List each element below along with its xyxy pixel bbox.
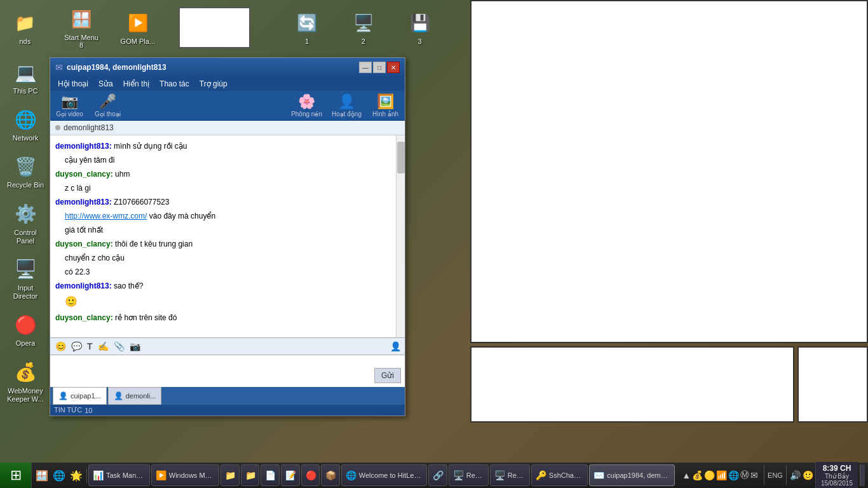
- tab-demonli-icon: 👤: [114, 391, 123, 400]
- menu-thao-tac[interactable]: Thao tác: [154, 78, 194, 90]
- desktop-icon-opera[interactable]: 🔴 Opera: [3, 309, 48, 350]
- taskbar-item-rem2[interactable]: 🖥️ Rem...: [490, 464, 530, 486]
- item6-icon: 📝: [285, 470, 296, 480]
- desktop-icon-2[interactable]: 🖥️ 2: [345, 10, 383, 45]
- menu-hien-thi[interactable]: Hiển thị: [118, 78, 154, 90]
- emoji-button[interactable]: 😊: [54, 340, 67, 353]
- lang-indicator[interactable]: ENG: [768, 471, 783, 479]
- desktop-icon-nds[interactable]: 📁 nds: [6, 10, 44, 45]
- left-desktop-icons: 💻 This PC 🌐 Network 🗑️ Recycle Bin ⚙️ Co…: [0, 51, 51, 412]
- webmoney-label: WebMoney Keeper W...: [6, 387, 45, 403]
- send-button[interactable]: Gửi: [374, 368, 401, 383]
- voice-call-icon: 🎤: [99, 93, 116, 110]
- taskbar-item-winmedia[interactable]: ▶️ Windows Medi...: [151, 464, 219, 486]
- font-button[interactable]: T: [86, 340, 94, 353]
- ql-icon-2[interactable]: 🌐: [51, 468, 67, 483]
- quick-launch: 🪟 🌐 🌟: [32, 468, 87, 483]
- desktop-icon-gompl[interactable]: ▶️ GOM Pla...: [119, 10, 156, 45]
- handwriting-button[interactable]: ✍: [97, 340, 110, 353]
- ql-icon-1[interactable]: 🪟: [34, 468, 50, 483]
- systray-icon-mail[interactable]: ✉: [750, 470, 758, 480]
- taskbar-item-hitleap[interactable]: 🌐 Welcome to HitLeap!...: [341, 464, 427, 486]
- contact-button[interactable]: 👤: [390, 341, 401, 351]
- taskbar-item-4[interactable]: 📁: [241, 464, 260, 486]
- taskbar-item-6[interactable]: 📝: [281, 464, 300, 486]
- systray-icon-2[interactable]: 🟡: [704, 470, 715, 480]
- start-button[interactable]: ⊞: [0, 463, 32, 488]
- show-desktop-button[interactable]: [860, 464, 865, 486]
- messages-scrollbar[interactable]: [396, 135, 405, 337]
- systray-icon-network[interactable]: 📶: [716, 470, 727, 480]
- activity-icon: 👤: [338, 93, 355, 110]
- desktop-icon-control-panel[interactable]: ⚙️ Control Panel: [3, 199, 48, 248]
- taskbar-item-sshchanger[interactable]: 🔑 SshChanger: [531, 464, 588, 486]
- taskbar-item-7[interactable]: 🔴: [301, 464, 320, 486]
- desktop-icon-thispc[interactable]: 💻 This PC: [3, 57, 48, 98]
- taskbar-item-taskmanager[interactable]: 📊 Task Manager: [88, 464, 150, 486]
- preview-thumbnail: [179, 7, 250, 48]
- icon3-label: 3: [418, 37, 422, 45]
- systray-expand[interactable]: ▲: [682, 470, 691, 480]
- menu-hoi-thoai[interactable]: Hội thoại: [53, 78, 93, 90]
- chat-titlebar: ✉ cuipap1984, demonlight813 — □ ✕: [50, 58, 405, 77]
- msg-link-6[interactable]: http://www.ex-wmz.com/: [65, 212, 147, 220]
- chat-input-box[interactable]: [53, 358, 373, 384]
- activity-button[interactable]: 👤 Hoạt động: [332, 93, 362, 118]
- news-label: TIN TỨC: [54, 406, 82, 414]
- screenshot-button[interactable]: 📷: [128, 340, 142, 353]
- voice-call-button[interactable]: 🎤 Gọi thoại: [93, 93, 122, 118]
- chat-window-title: cuipap1984, demonlight813: [67, 63, 166, 72]
- chat-messages-area[interactable]: demonlight813: mình sử dụng rồi cậu cậu …: [50, 135, 405, 337]
- minimize-button[interactable]: —: [359, 62, 372, 73]
- clock-date: 15/08/2015: [821, 480, 853, 487]
- attachment-button[interactable]: 📎: [112, 340, 126, 353]
- inputdirector-label: Input Director: [6, 284, 45, 301]
- photo-button[interactable]: 🖼️ Hình ảnh: [371, 93, 400, 118]
- smiley-icon[interactable]: 🙂: [803, 470, 813, 480]
- desktop-icon-input-director[interactable]: 🖥️ Input Director: [3, 254, 48, 303]
- right-window-top: [470, 0, 868, 343]
- rem2-label: Rem...: [508, 471, 526, 479]
- desktop-icon-network[interactable]: 🌐 Network: [3, 104, 48, 145]
- msg-user-duyson-8: duyson_clancy:: [55, 240, 113, 248]
- chat-tab-cuipap[interactable]: 👤 cuipap1...: [53, 387, 107, 405]
- systray-icon-m[interactable]: Ⓜ: [740, 470, 749, 481]
- taskbar-item-3[interactable]: 📁: [220, 464, 240, 486]
- video-call-button[interactable]: 📷 Gọi video: [55, 93, 84, 118]
- taskbar-item-chat[interactable]: ✉️ cuipap1984, demonli...: [589, 464, 675, 486]
- sshchanger-icon: 🔑: [536, 470, 546, 480]
- chat-history-button[interactable]: 💬: [70, 340, 83, 353]
- desktop-icon-recycle-bin[interactable]: 🗑️ Recycle Bin: [3, 151, 48, 192]
- background-icon: 🌸: [298, 93, 315, 110]
- desktop-icon-3[interactable]: 💾 3: [401, 10, 438, 45]
- clock-area[interactable]: 8:39 CH Thứ Bảy 15/08/2015: [815, 462, 858, 488]
- sshchanger-label: SshChanger: [549, 471, 583, 479]
- chat-tab-demonli[interactable]: 👤 demonli...: [108, 387, 162, 405]
- systray-icon-globe[interactable]: 🌐: [728, 470, 739, 480]
- msg-text-5: Z107666077523: [114, 198, 169, 207]
- winmedia-icon: ▶️: [156, 470, 166, 480]
- desktop-icon-startmenu8[interactable]: 🪟 Start Menu 8: [63, 6, 100, 49]
- taskbar-item-rem1[interactable]: 🖥️ Rem...: [449, 464, 489, 486]
- nds-label: nds: [19, 37, 31, 45]
- taskbar-item-5[interactable]: 📄: [261, 464, 280, 486]
- desktop-icon-1[interactable]: 🔄 1: [288, 10, 326, 45]
- volume-icon[interactable]: 🔊: [790, 470, 801, 480]
- background-button[interactable]: 🌸 Phông nền: [291, 93, 322, 118]
- desktop-icon-webmoney[interactable]: 💰 WebMoney Keeper W...: [3, 357, 48, 406]
- menu-sua[interactable]: Sửa: [93, 78, 118, 90]
- taskbar-sep-2: [786, 466, 787, 485]
- taskbar-item-10[interactable]: 🔗: [428, 464, 447, 486]
- msg-user-duyson-13: duyson_clancy:: [55, 313, 113, 322]
- menu-tro-giup[interactable]: Trợ giúp: [194, 78, 233, 90]
- chat-titlebar-left: ✉ cuipap1984, demonlight813: [55, 62, 166, 72]
- winmedia-label: Windows Medi...: [169, 471, 215, 479]
- ql-icon-3[interactable]: 🌟: [69, 468, 84, 483]
- video-call-label: Gọi video: [56, 111, 83, 118]
- close-button[interactable]: ✕: [387, 62, 400, 73]
- maximize-button[interactable]: □: [373, 62, 386, 73]
- opera-label: Opera: [16, 339, 36, 348]
- clock-time: 8:39 CH: [821, 464, 853, 473]
- systray-icon-1[interactable]: 💰: [692, 470, 703, 480]
- taskbar-item-8[interactable]: 📦: [321, 464, 340, 486]
